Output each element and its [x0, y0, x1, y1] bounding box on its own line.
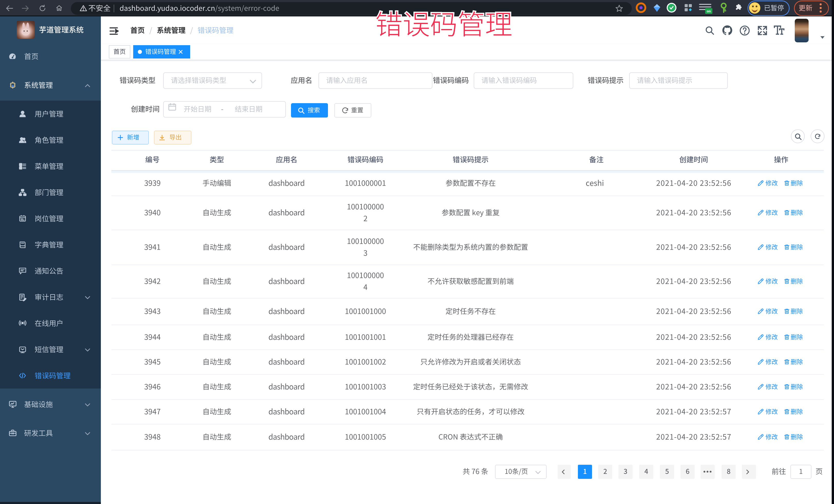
svg-text:on: on	[707, 9, 711, 13]
